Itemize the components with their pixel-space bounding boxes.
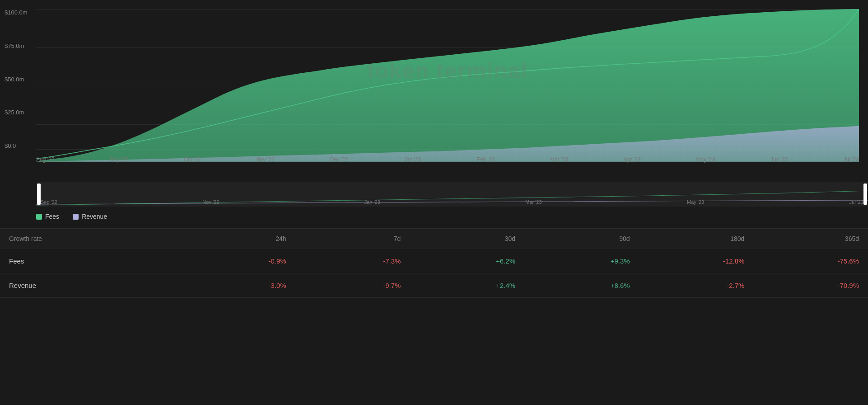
x-label-nov22: Nov '22 [256,156,274,163]
y-label-25: $25.0m [5,109,28,116]
range-handle-right[interactable] [863,184,867,205]
row-fees-180d: -12.8% [630,257,745,265]
row-revenue-label: Revenue [9,282,172,289]
x-label-apr23: Apr '23 [624,156,641,163]
row-fees-24h: -0.9% [172,257,286,265]
range-selector[interactable]: Sep '22 Nov '22 Jan '23 Mar '23 May '23 … [36,182,868,207]
header-30d: 30d [401,235,515,242]
header-7d: 7d [286,235,401,242]
range-label-sep22: Sep '22 [41,199,57,205]
row-revenue-180d: -2.7% [630,282,745,289]
chart-section: $100.0m $75.0m $50.0m $25.0m $0.0 [0,0,868,181]
table-row-revenue: Revenue -3.0% -9.7% +2.4% +8.6% -2.7% -7… [0,273,868,298]
table-header: Growth rate 24h 7d 30d 90d 180d 365d [0,229,868,249]
growth-rate-table: Growth rate 24h 7d 30d 90d 180d 365d Fee… [0,228,868,298]
range-x-labels: Sep '22 Nov '22 Jan '23 Mar '23 May '23 … [36,199,868,205]
row-fees-90d: +9.3% [515,257,630,265]
y-label-100: $100.0m [5,9,28,16]
x-label-mar23: Mar '23 [550,156,568,163]
row-fees-365d: -75.6% [744,257,859,265]
header-90d: 90d [515,235,630,242]
row-revenue-90d: +8.6% [515,282,630,289]
y-label-75: $75.0m [5,42,28,49]
x-label-may23: May '23 [696,156,715,163]
x-label-oct22: Oct '22 [184,156,201,163]
row-fees-7d: -7.3% [286,257,401,265]
chart-area: $100.0m $75.0m $50.0m $25.0m $0.0 [36,9,859,163]
y-label-50: $50.0m [5,76,28,83]
x-label-jan23: Jan '23 [404,156,421,163]
legend-item-fees: Fees [36,213,59,220]
main-container: $100.0m $75.0m $50.0m $25.0m $0.0 [0,0,868,298]
x-label-feb23: Feb '23 [476,156,495,163]
x-axis: Aug '22 Sep '22 Oct '22 Nov '22 Dec '22 … [36,153,859,163]
range-label-nov22: Nov '22 [202,199,219,205]
y-label-0: $0.0 [5,142,28,149]
x-label-jun23: Jun '23 [770,156,788,163]
legend-dot-revenue [73,214,79,220]
x-label-aug22: Aug '22 [36,156,54,163]
range-label-jul23: Jul '23 [849,199,863,205]
row-revenue-30d: +2.4% [401,282,515,289]
header-growth-rate: Growth rate [9,235,172,242]
table-row-fees: Fees -0.9% -7.3% +6.2% +9.3% -12.8% -75.… [0,249,868,273]
legend-label-fees: Fees [45,213,59,220]
row-fees-30d: +6.2% [401,257,515,265]
header-365d: 365d [744,235,859,242]
range-handle-left[interactable] [37,184,41,205]
header-180d: 180d [630,235,745,242]
x-label-jul23: Jul '23 [844,156,859,163]
legend-item-revenue: Revenue [73,213,107,220]
legend-label-revenue: Revenue [82,213,107,220]
range-label-mar23: Mar '23 [525,199,541,205]
row-fees-label: Fees [9,257,172,265]
legend-dot-fees [36,214,42,220]
row-revenue-24h: -3.0% [172,282,286,289]
row-revenue-365d: -70.9% [744,282,859,289]
range-label-jan23: Jan '23 [364,199,380,205]
row-revenue-7d: -9.7% [286,282,401,289]
y-axis: $100.0m $75.0m $50.0m $25.0m $0.0 [5,9,28,163]
chart-legend: Fees Revenue [0,207,868,226]
header-24h: 24h [172,235,286,242]
x-label-dec22: Dec '22 [330,156,348,163]
area-chart-svg [36,9,859,163]
range-label-may23: May '23 [687,199,704,205]
x-label-sep22: Sep '22 [110,156,128,163]
